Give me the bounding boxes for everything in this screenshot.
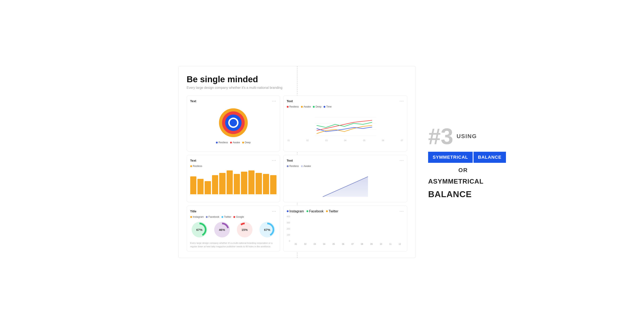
donut-facebook: 46% bbox=[213, 220, 231, 239]
using-text: USING bbox=[457, 133, 477, 140]
bar-7 bbox=[234, 174, 240, 194]
x-g-08: 08 bbox=[358, 243, 366, 245]
balance-text: BALANCE bbox=[428, 189, 472, 199]
legend4-awake: Awake bbox=[301, 165, 311, 168]
card2-menu[interactable]: ··· bbox=[400, 99, 404, 103]
concentric-chart bbox=[218, 107, 249, 138]
label5-google: Google bbox=[236, 215, 244, 218]
line-chart-container: 01 02 03 04 05 06 07 bbox=[287, 110, 404, 142]
card5-title: Title bbox=[190, 209, 196, 213]
grouped-bar-inner: 01 02 03 04 05 06 07 08 09 10 11 12 bbox=[292, 215, 404, 245]
donut-label-4: 67% bbox=[264, 228, 270, 231]
dot-restless bbox=[216, 142, 218, 144]
x-g-01: 01 bbox=[292, 243, 300, 245]
dot5-instagram bbox=[190, 216, 192, 218]
donut-google: 67% bbox=[258, 220, 276, 239]
symmetrical-button[interactable]: SYMMETRICAL bbox=[428, 152, 472, 163]
x-g-02: 02 bbox=[301, 243, 309, 245]
y-200: 200 bbox=[287, 228, 290, 230]
donut-label-2: 46% bbox=[219, 228, 225, 231]
label2-awake: Awake bbox=[304, 105, 311, 108]
dot2-time bbox=[324, 106, 326, 108]
bar-12 bbox=[270, 175, 276, 194]
card1-title: Text bbox=[190, 99, 196, 103]
label6-facebook: Facebook bbox=[309, 209, 324, 213]
dot-awake bbox=[230, 142, 232, 144]
card1-header: Text ··· bbox=[190, 99, 276, 103]
bar-4 bbox=[212, 175, 218, 194]
blue-buttons-row[interactable]: SYMMETRICAL BALANCE bbox=[428, 152, 506, 163]
bar-6 bbox=[226, 170, 233, 194]
bar-3 bbox=[204, 181, 211, 194]
label-awake: Awake bbox=[233, 141, 240, 144]
legend5-google: Google bbox=[233, 215, 244, 218]
x-g-09: 09 bbox=[367, 243, 376, 245]
legend4-restless: Restless bbox=[287, 165, 299, 168]
dot5-twitter bbox=[222, 216, 223, 218]
area-chart-svg bbox=[287, 170, 404, 197]
y-axis-labels: 400 300 200 100 0 bbox=[287, 215, 290, 242]
dot-deep bbox=[242, 142, 244, 144]
grouped-bar-wrapper: 400 300 200 100 0 bbox=[287, 215, 404, 245]
x-axis-labels: 01 02 03 04 05 06 07 bbox=[287, 139, 404, 142]
card2-title: Text bbox=[287, 99, 293, 103]
card-concentric: Text ··· Restless bbox=[187, 95, 280, 152]
legend2-restless: Restless bbox=[287, 105, 299, 108]
card5-header: Title ··· bbox=[190, 209, 276, 213]
card-bar-orange: Text ··· Restless bbox=[187, 155, 280, 202]
card6-menu[interactable]: ··· bbox=[400, 209, 404, 213]
asymmetrical-text: ASYMMETRICAL bbox=[428, 178, 484, 185]
card2-legend: Restless Awake Deep Time bbox=[287, 105, 404, 108]
balance-button[interactable]: BALANCE bbox=[474, 152, 506, 163]
dot2-deep bbox=[313, 106, 315, 108]
label-deep: Deep bbox=[245, 141, 251, 144]
x-g-03: 03 bbox=[310, 243, 319, 245]
label3-restless: Restless bbox=[193, 165, 202, 168]
left-panel: Be single minded Every large design comp… bbox=[178, 66, 416, 258]
legend3-restless: Restless bbox=[190, 165, 202, 168]
legend6-twitter: Twitter bbox=[326, 209, 338, 213]
y-300: 300 bbox=[287, 222, 290, 224]
donut-twitter: 15% bbox=[236, 220, 254, 239]
card4-legend: Restless Awake bbox=[287, 165, 404, 168]
main-title: Be single minded bbox=[187, 74, 408, 84]
legend5-instagram: Instagram bbox=[190, 215, 204, 218]
card5-menu[interactable]: ··· bbox=[272, 209, 276, 213]
dot2-awake bbox=[301, 106, 303, 108]
x-g-06: 06 bbox=[339, 243, 347, 245]
concentric-container: Restless Awake Deep bbox=[190, 105, 276, 148]
big-number: #3 bbox=[428, 125, 453, 148]
donut-section: 67% 46% bbox=[190, 220, 276, 239]
legend6-instagram: Instagram bbox=[287, 209, 304, 213]
bar-11 bbox=[263, 174, 269, 194]
or-text: OR bbox=[428, 167, 498, 174]
card4-menu[interactable]: ··· bbox=[400, 158, 404, 163]
card4-title: Text bbox=[287, 159, 293, 162]
dot3-restless bbox=[190, 165, 192, 167]
bar-9 bbox=[248, 170, 254, 194]
x-label-07: 07 bbox=[401, 139, 403, 142]
card-line: Text ··· Restless Awake Deep bbox=[283, 95, 408, 152]
card6-header: Instagram Facebook Twitter ··· bbox=[287, 209, 404, 213]
bar-8 bbox=[241, 172, 247, 194]
x-label-01: 01 bbox=[288, 139, 290, 142]
card3-title: Text bbox=[190, 159, 196, 162]
main-subtitle: Every large design company whether it's … bbox=[187, 86, 408, 90]
legend-awake: Awake bbox=[230, 141, 240, 144]
label2-deep: Deep bbox=[316, 105, 322, 108]
dot6-twitter bbox=[326, 210, 328, 212]
dot6-instagram bbox=[287, 210, 288, 212]
card1-menu[interactable]: ··· bbox=[272, 99, 276, 103]
x-label-05: 05 bbox=[363, 139, 365, 142]
label6-instagram: Instagram bbox=[290, 209, 304, 213]
card3-header: Text ··· bbox=[190, 158, 276, 163]
card3-menu[interactable]: ··· bbox=[272, 158, 276, 163]
grouped-bar-chart bbox=[292, 215, 404, 242]
x-label-02: 02 bbox=[306, 139, 308, 142]
card1-legend: Restless Awake Deep bbox=[216, 141, 251, 144]
legend5-twitter: Twitter bbox=[222, 215, 231, 218]
x-label-03: 03 bbox=[325, 139, 328, 142]
legend6-facebook: Facebook bbox=[306, 209, 324, 213]
card4-header: Text ··· bbox=[287, 158, 404, 163]
card5-footer: Every large design company whether it's … bbox=[190, 241, 276, 248]
